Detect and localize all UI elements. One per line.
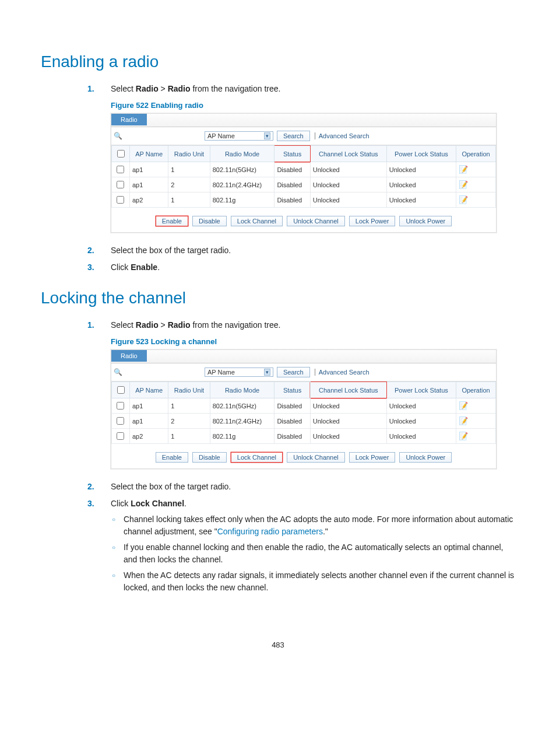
col-status[interactable]: Status	[275, 146, 310, 162]
operation-icon[interactable]: 📝	[459, 432, 468, 440]
cell-chlock: Unlocked	[310, 398, 386, 414]
step-number: 1.	[87, 319, 94, 331]
operation-icon[interactable]: 📝	[459, 401, 468, 410]
radio-table: AP Name Radio Unit Radio Mode Status Cha…	[111, 382, 496, 444]
figure-caption-522: Figure 522 Enabling radio	[111, 101, 515, 110]
cell-mode: 802.11n(5GHz)	[210, 398, 275, 414]
enable-button[interactable]: Enable	[156, 452, 188, 463]
lock-channel-button[interactable]: Lock Channel	[231, 452, 283, 463]
step-number: 2.	[87, 244, 94, 257]
tab-radio[interactable]: Radio	[111, 114, 147, 125]
col-radiounit[interactable]: Radio Unit	[168, 146, 210, 162]
search-icon: 🔍	[114, 132, 122, 140]
cell-mode: 802.11g	[210, 429, 275, 444]
col-pwlock[interactable]: Power Lock Status	[386, 146, 456, 162]
heading-enabling-radio: Enabling a radio	[41, 52, 515, 71]
figure-caption-523: Figure 523 Locking a channel	[111, 337, 515, 346]
search-input[interactable]	[122, 131, 205, 141]
row-checkbox[interactable]	[117, 181, 124, 188]
row-checkbox[interactable]	[117, 402, 124, 410]
lock-power-button[interactable]: Lock Power	[349, 452, 395, 463]
enable-button[interactable]: Enable	[156, 216, 188, 226]
unlock-power-button[interactable]: Unlock Power	[399, 452, 452, 463]
step-text: Click Enable.	[111, 262, 160, 272]
step-number: 3.	[87, 261, 94, 274]
cell-unit: 1	[168, 398, 210, 414]
cell-apname: ap1	[130, 177, 168, 192]
disable-button[interactable]: Disable	[192, 452, 227, 463]
select-label: AP Name	[207, 132, 235, 139]
action-row: Enable Disable Lock Channel Unlock Chann…	[111, 208, 496, 232]
advanced-search-link[interactable]: Advanced Search	[315, 369, 370, 376]
search-field-select[interactable]: AP Name ▾	[205, 131, 273, 141]
search-input[interactable]	[122, 368, 205, 377]
table-row: ap2 1 802.11g Disabled Unlocked Unlocked…	[112, 429, 496, 444]
cell-chlock: Unlocked	[310, 414, 386, 429]
cell-unit: 1	[168, 162, 210, 177]
cell-apname: ap2	[130, 192, 168, 208]
col-apname[interactable]: AP Name	[130, 382, 168, 398]
table-row: ap1 1 802.11n(5GHz) Disabled Unlocked Un…	[112, 162, 496, 177]
col-radiounit[interactable]: Radio Unit	[168, 382, 210, 398]
cell-status: Disabled	[275, 398, 310, 414]
col-apname[interactable]: AP Name	[130, 146, 168, 162]
col-operation[interactable]: Operation	[456, 382, 496, 398]
col-operation[interactable]: Operation	[456, 146, 496, 162]
table-row: ap2 1 802.11g Disabled Unlocked Unlocked…	[112, 192, 496, 208]
cell-chlock: Unlocked	[310, 192, 386, 208]
row-checkbox[interactable]	[117, 417, 124, 425]
step-text: Select Radio > Radio from the navigation…	[111, 320, 280, 330]
row-checkbox[interactable]	[117, 432, 124, 440]
search-button[interactable]: Search	[277, 131, 310, 141]
col-chlock[interactable]: Channel Lock Status	[310, 146, 386, 162]
cell-apname: ap1	[130, 398, 168, 414]
cell-apname: ap2	[130, 429, 168, 444]
select-all-checkbox[interactable]	[117, 150, 125, 158]
disable-button[interactable]: Disable	[192, 216, 227, 226]
cell-pwlock: Unlocked	[386, 429, 456, 444]
col-pwlock[interactable]: Power Lock Status	[386, 382, 456, 398]
advanced-search-link[interactable]: Advanced Search	[315, 132, 370, 139]
chevron-down-icon: ▾	[264, 369, 270, 376]
tab-radio[interactable]: Radio	[111, 350, 147, 362]
cell-mode: 802.11n(2.4GHz)	[210, 177, 275, 192]
lock-channel-button[interactable]: Lock Channel	[231, 216, 283, 226]
table-row: ap1 2 802.11n(2.4GHz) Disabled Unlocked …	[112, 177, 496, 192]
operation-icon[interactable]: 📝	[459, 165, 468, 174]
cell-unit: 2	[168, 414, 210, 429]
operation-icon[interactable]: 📝	[459, 180, 468, 189]
cell-unit: 2	[168, 177, 210, 192]
col-chlock[interactable]: Channel Lock Status	[310, 382, 386, 398]
operation-icon[interactable]: 📝	[459, 195, 468, 204]
step-text: Click Lock Channel.	[111, 499, 186, 508]
cell-apname: ap1	[130, 162, 168, 177]
cell-chlock: Unlocked	[310, 162, 386, 177]
lock-power-button[interactable]: Lock Power	[349, 216, 395, 226]
unlock-channel-button[interactable]: Unlock Channel	[287, 452, 345, 463]
cell-mode: 802.11g	[210, 192, 275, 208]
select-all-checkbox[interactable]	[117, 386, 125, 394]
cell-unit: 1	[168, 192, 210, 208]
step-1: 1. Select Radio > Radio from the navigat…	[87, 319, 515, 331]
link-configuring-radio-parameters[interactable]: Configuring radio parameters	[217, 527, 323, 536]
heading-locking-channel: Locking the channel	[41, 289, 515, 307]
search-button[interactable]: Search	[277, 367, 310, 377]
cell-unit: 1	[168, 429, 210, 444]
col-radiomode[interactable]: Radio Mode	[210, 146, 275, 162]
row-checkbox[interactable]	[117, 166, 124, 173]
col-status[interactable]: Status	[275, 382, 310, 398]
cell-apname: ap1	[130, 414, 168, 429]
cell-chlock: Unlocked	[310, 429, 386, 444]
cell-pwlock: Unlocked	[386, 192, 456, 208]
unlock-channel-button[interactable]: Unlock Channel	[287, 216, 345, 226]
figure-522: Radio 🔍 AP Name ▾ Search Advanced Search…	[111, 113, 497, 233]
row-checkbox[interactable]	[117, 196, 124, 204]
tab-bar: Radio	[111, 114, 496, 127]
step-text: Select the box of the target radio.	[111, 482, 231, 491]
operation-icon[interactable]: 📝	[459, 416, 468, 425]
col-radiomode[interactable]: Radio Mode	[210, 382, 275, 398]
search-field-select[interactable]: AP Name ▾	[205, 368, 273, 377]
step-number: 3.	[87, 498, 94, 510]
cell-pwlock: Unlocked	[386, 177, 456, 192]
unlock-power-button[interactable]: Unlock Power	[399, 216, 452, 226]
